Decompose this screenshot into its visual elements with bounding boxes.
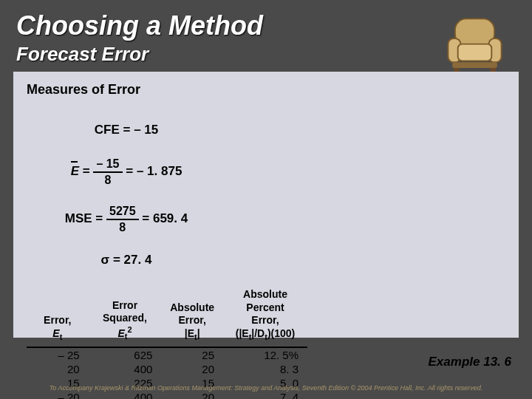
svg-rect-4 [452, 62, 497, 68]
mse-lhs: MSE = [65, 211, 106, 225]
content-panel: Measures of Error CFE = – 15 E = – 158 =… [13, 72, 519, 338]
h4c: Error, [251, 314, 279, 326]
sigma-equation: σ = 27. 4 [27, 253, 226, 267]
mse-equation: MSE = 52758 = 659. 4 [27, 205, 226, 233]
mse-rhs: = 659. 4 [139, 211, 188, 225]
cell-abs: 25 [161, 347, 223, 362]
mse-num: 5275 [106, 205, 139, 220]
ebar-num: – 15 [93, 158, 122, 173]
cell-pct: 12. 5% [223, 347, 307, 362]
h2sup: 2 [127, 325, 132, 334]
h1b: E [52, 327, 59, 339]
h4a: Absolute [243, 288, 287, 300]
table-row: 20400208. 3 [27, 362, 307, 376]
ebar-den: 8 [93, 173, 122, 186]
mse-den: 8 [106, 220, 139, 233]
h4f: )(100) [267, 327, 295, 339]
h2b: Squared, [103, 312, 147, 324]
example-label: Example 13. 6 [429, 355, 511, 369]
cfe-equation: CFE = – 15 [27, 123, 226, 137]
panel-heading: Measures of Error [27, 82, 505, 98]
cell-sq: 625 [89, 347, 162, 362]
cell-et: – 25 [27, 347, 89, 362]
ebar-eq: = [79, 164, 93, 178]
cell-pct: 8. 3 [223, 362, 307, 376]
h3c: |E [185, 327, 194, 339]
h3d: | [197, 327, 200, 339]
equations-column: CFE = – 15 E = – 158 = – 1. 875 MSE = 52… [27, 108, 226, 288]
cell-abs: 20 [161, 362, 223, 376]
h3b: Error, [179, 314, 206, 326]
svg-rect-0 [455, 18, 494, 45]
copyright-footer: To Accompany Krajewski & Ritzman Operati… [0, 380, 532, 399]
h4d: (|E [236, 327, 249, 339]
ebar-equation: E = – 158 = – 1. 875 [27, 158, 226, 186]
cell-et: 20 [27, 362, 89, 376]
h2c: E [117, 327, 124, 339]
col-header-abs: Absolute Error, |Et| [161, 288, 223, 347]
h4b: Percent [246, 301, 284, 313]
ebar-rhs: = – 1. 875 [123, 164, 183, 178]
h2a: Error [112, 299, 137, 311]
svg-rect-3 [458, 44, 492, 61]
mse-fraction: 52758 [106, 205, 139, 233]
col-header-et: Error, Et [27, 288, 89, 347]
table-header-row: Error, Et Error Squared, Et2 Absolute Er… [27, 288, 307, 347]
ebar-symbol: E [71, 164, 79, 179]
col-header-pct: Absolute Percent Error, (|Et|/Dt)(100) [223, 288, 307, 347]
col-header-sq: Error Squared, Et2 [89, 288, 162, 347]
h1sub: t [60, 332, 63, 341]
h3a: Absolute [170, 301, 214, 313]
cell-sq: 400 [89, 362, 162, 376]
ebar-fraction: – 158 [93, 158, 122, 186]
table-row: – 256252512. 5% [27, 347, 307, 362]
h4e: |/D [251, 327, 265, 339]
armchair-icon [440, 10, 510, 81]
h1a: Error, [44, 314, 71, 326]
